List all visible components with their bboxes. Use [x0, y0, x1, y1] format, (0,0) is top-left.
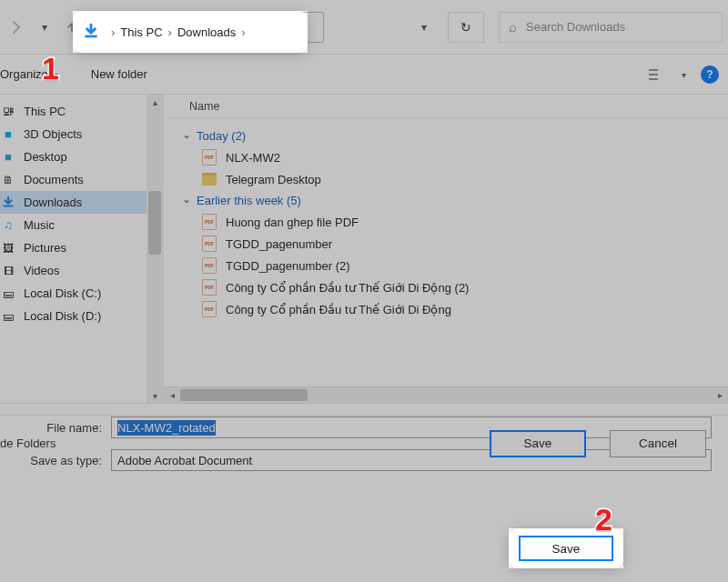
pc-icon — [0, 104, 16, 120]
docs-icon — [0, 172, 16, 188]
file-row[interactable]: Telegram Desktop — [182, 168, 728, 190]
downloads-icon — [82, 23, 100, 41]
file-row[interactable]: Công ty Cổ phần Đầu tư Thế Giới Di Động … — [182, 276, 728, 298]
scroll-right-icon[interactable]: ▸ — [712, 390, 728, 400]
folder-icon — [202, 173, 217, 186]
dl-icon — [0, 195, 16, 211]
hide-folders-button[interactable]: de Folders — [0, 436, 56, 450]
address-dropdown[interactable] — [410, 12, 439, 43]
nav-item-downloads[interactable]: Downloads — [0, 191, 147, 214]
scroll-thumb[interactable] — [180, 389, 308, 401]
chevron-down-icon — [421, 20, 427, 34]
help-button[interactable]: ? — [701, 65, 719, 84]
vid-icon — [0, 263, 16, 279]
nav-item-label: Local Disk (D:) — [24, 309, 101, 323]
file-group-header[interactable]: Today (2) — [182, 125, 728, 146]
chevron-down-icon — [682, 67, 686, 81]
file-name: TGDD_pagenumber — [226, 237, 332, 251]
file-row[interactable]: TGDD_pagenumber (2) — [182, 255, 728, 276]
file-name: Công ty Cổ phần Đầu tư Thế Giới Di Động — [226, 303, 451, 316]
file-list: Today (2)NLX-MW2Telegram DesktopEarlier … — [164, 118, 728, 386]
pdf-icon — [202, 279, 217, 296]
save-button[interactable]: Save — [519, 536, 613, 561]
scroll-thumb[interactable] — [148, 191, 161, 255]
pic-icon — [0, 240, 16, 256]
chevron-down-icon — [182, 194, 191, 207]
new-folder-button[interactable]: New folder — [91, 67, 147, 81]
cancel-button[interactable]: Cancel — [610, 430, 706, 457]
refresh-button[interactable] — [448, 12, 484, 43]
nav-item-label: Local Disk (C:) — [24, 286, 101, 300]
nav-item-music[interactable]: Music — [0, 214, 147, 236]
scroll-up-icon[interactable]: ▴ — [147, 95, 163, 109]
disk-icon — [0, 308, 16, 325]
pdf-icon — [202, 236, 217, 252]
nav-item-videos[interactable]: Videos — [0, 259, 147, 282]
save-button-label: Save — [552, 542, 581, 556]
file-name: Công ty Cổ phần Đầu tư Thế Giới Di Động … — [226, 281, 469, 295]
music-icon — [0, 217, 16, 234]
nav-history-icon[interactable] — [33, 15, 56, 39]
breadcrumb-folder[interactable]: Downloads — [177, 25, 236, 39]
callout-1: 1 — [42, 51, 59, 86]
refresh-icon — [460, 20, 471, 35]
nav-item-label: 3D Objects — [24, 127, 82, 141]
file-group-header[interactable]: Earlier this week (5) — [182, 190, 728, 211]
column-header-name[interactable]: Name — [164, 95, 728, 118]
nav-item-label: Desktop — [24, 150, 67, 164]
nav-item-pictures[interactable]: Pictures — [0, 236, 147, 259]
nav-item-documents[interactable]: Documents — [0, 168, 147, 191]
nav-vertical-scrollbar[interactable]: ▴ ▾ — [147, 95, 163, 403]
scroll-down-icon[interactable]: ▾ — [147, 388, 163, 403]
nav-item-local-disk-d[interactable]: Local Disk (D:) — [0, 305, 147, 327]
nav-item-this-pc[interactable]: This PC — [0, 100, 147, 123]
breadcrumb-root[interactable]: This PC — [120, 25, 162, 39]
nav-item-label: Downloads — [24, 196, 82, 209]
pdf-icon — [202, 257, 217, 274]
desktop-icon — [0, 149, 16, 166]
nav-item-desktop[interactable]: Desktop — [0, 146, 147, 168]
organize-label: Organize — [0, 67, 48, 81]
file-name: TGDD_pagenumber (2) — [226, 259, 350, 273]
chevron-down-icon — [182, 129, 191, 143]
file-row[interactable]: Công ty Cổ phần Đầu tư Thế Giới Di Động — [182, 298, 728, 320]
save-button-label: Save — [524, 436, 552, 450]
file-row[interactable]: TGDD_pagenumber — [182, 233, 728, 255]
3d-icon — [0, 126, 16, 143]
nav-item-label: Music — [24, 218, 55, 232]
disk-icon — [0, 286, 16, 302]
search-placeholder: Search Downloads — [526, 20, 625, 34]
nav-item-label: This PC — [24, 105, 66, 118]
nav-item-label: Documents — [24, 173, 84, 186]
file-row[interactable]: NLX-MW2 — [182, 146, 728, 168]
nav-item-label: Pictures — [24, 241, 66, 255]
file-group-title: Earlier this week (5) — [197, 194, 301, 207]
nav-forward-icon[interactable] — [5, 15, 29, 39]
navigation-pane: This PC3D ObjectsDesktopDocumentsDownloa… — [0, 95, 164, 403]
scroll-left-icon[interactable]: ◂ — [164, 390, 180, 400]
save-button[interactable]: Save — [490, 430, 586, 457]
nav-item-3d-objects[interactable]: 3D Objects — [0, 123, 147, 146]
file-name: Huong dan ghep file PDF — [226, 216, 359, 229]
nav-item-local-disk-c[interactable]: Local Disk (C:) — [0, 282, 147, 305]
svg-rect-4 — [4, 205, 14, 206]
file-name: NLX-MW2 — [226, 151, 280, 165]
pdf-icon — [202, 214, 217, 230]
nav-item-label: Videos — [24, 264, 60, 277]
cancel-button-label: Cancel — [639, 436, 677, 450]
svg-rect-5 — [85, 35, 96, 38]
search-icon — [509, 19, 517, 35]
pdf-icon — [202, 149, 217, 166]
pdf-icon — [202, 301, 217, 317]
content-horizontal-scrollbar[interactable]: ◂ ▸ — [164, 386, 728, 403]
file-group-title: Today (2) — [197, 129, 246, 143]
search-input[interactable]: Search Downloads — [499, 12, 723, 43]
view-options-button[interactable] — [647, 65, 667, 85]
file-row[interactable]: Huong dan ghep file PDF — [182, 211, 728, 233]
file-name: Telegram Desktop — [226, 173, 321, 186]
